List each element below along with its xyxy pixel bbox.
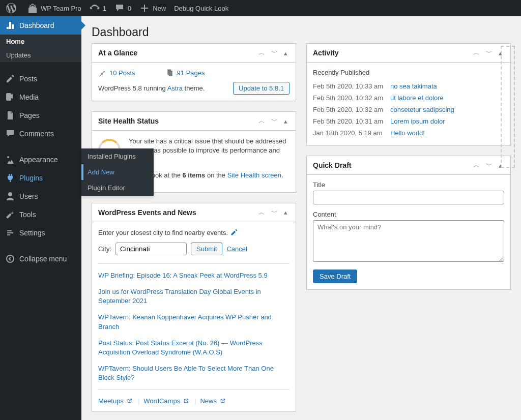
admin-bar: WP Team Pro 1 0 New Debug Quick Look	[0, 0, 521, 16]
glance-posts[interactable]: 10 Posts	[98, 69, 135, 77]
submenu-updates[interactable]: Updates	[0, 48, 81, 62]
widget-title: Activity	[313, 44, 339, 62]
menu-users[interactable]: Users	[0, 187, 81, 205]
wp-version-text: WordPress 5.8 running Astra theme.	[98, 84, 205, 92]
pin-icon	[98, 69, 106, 77]
activity-widget: Activity ︿ ﹀ ▴ Recently Published Feb 5t…	[306, 43, 511, 145]
debug-link[interactable]: Debug Quick Look	[170, 0, 233, 16]
move-up-icon[interactable]: ︿	[471, 159, 482, 172]
move-up-icon[interactable]: ︿	[256, 46, 267, 59]
events-item[interactable]: Post Status: Post Status Excerpt (No. 26…	[98, 339, 290, 357]
move-up-icon[interactable]: ︿	[256, 114, 267, 128]
site-name[interactable]: WP Team Pro	[23, 0, 85, 16]
widget-title: Quick Draft	[313, 156, 351, 174]
post-link[interactable]: Lorem ipsum dolor	[390, 117, 445, 125]
external-icon	[183, 398, 189, 404]
city-label: City:	[98, 245, 111, 253]
activity-row: Jan 18th 2020, 5:19 amHello world!	[313, 127, 504, 139]
toggle-icon[interactable]: ▴	[282, 115, 290, 127]
at-a-glance-widget: At a Glance ︿ ﹀ ▴ 10 Posts	[92, 43, 296, 101]
toggle-icon[interactable]: ▴	[282, 206, 290, 218]
menu-label: Pages	[19, 111, 40, 119]
move-down-icon[interactable]: ﹀	[484, 159, 495, 172]
menu-posts[interactable]: Posts	[0, 70, 81, 88]
move-down-icon[interactable]: ﹀	[269, 114, 280, 128]
move-down-icon[interactable]: ﹀	[269, 206, 280, 219]
events-footer: Meetups | WordCamps | News	[98, 389, 290, 405]
save-draft-button[interactable]: Save Draft	[313, 269, 357, 283]
menu-label: Comments	[19, 130, 54, 138]
svg-point-0	[7, 255, 14, 262]
post-link[interactable]: Hello world!	[390, 129, 425, 137]
menu-label: Plugins	[19, 174, 43, 182]
collapse-menu[interactable]: Collapse menu	[0, 250, 81, 268]
events-item[interactable]: Join us for WordPress Translation Day Gl…	[98, 287, 290, 306]
activity-row: Feb 5th 2020, 10:31 amLorem ipsum dolor	[313, 115, 504, 127]
submenu-installed-plugins[interactable]: Installed Plugins	[81, 148, 154, 164]
activity-row: Feb 5th 2020, 10:32 amconsetetur sadipsc…	[313, 104, 504, 115]
menu-label: Collapse menu	[19, 255, 67, 263]
activity-subhead: Recently Published	[313, 69, 504, 76]
widget-title: Site Health Status	[98, 112, 159, 130]
news-link[interactable]: News	[200, 397, 225, 405]
menu-comments[interactable]: Comments	[0, 125, 81, 143]
post-link[interactable]: consetetur sadipscing	[390, 106, 454, 113]
menu-label: Settings	[19, 229, 45, 237]
events-item[interactable]: WPTavern: Keanan Koppenhaver Acquires WP…	[98, 313, 290, 331]
updates-count[interactable]: 1	[85, 0, 110, 16]
move-up-icon[interactable]: ︿	[256, 206, 267, 219]
glance-pages[interactable]: 91 Pages	[166, 69, 205, 77]
menu-media[interactable]: Media	[0, 88, 81, 106]
title-label: Title	[313, 181, 504, 189]
events-item[interactable]: WP Briefing: Episode 16: A Sneak Peek at…	[98, 271, 290, 280]
meetups-link[interactable]: Meetups	[98, 397, 132, 405]
comments-count[interactable]: 0	[110, 0, 135, 16]
current-indicator	[81, 21, 85, 29]
activity-row: Feb 5th 2020, 10:32 amut labore et dolor…	[313, 92, 504, 104]
edit-icon[interactable]	[230, 229, 238, 236]
dashboard-drop-zone[interactable]	[501, 46, 515, 168]
submenu-home[interactable]: Home	[0, 35, 81, 48]
menu-appearance[interactable]: Appearance	[0, 151, 81, 169]
city-input[interactable]	[115, 243, 187, 255]
theme-link[interactable]: Astra	[167, 84, 183, 92]
events-item[interactable]: WPTavern: Should Users Be Able To Select…	[98, 364, 290, 382]
page-title: Dashboard	[92, 16, 511, 43]
new-content[interactable]: New	[135, 0, 170, 16]
post-link[interactable]: ut labore et dolore	[390, 94, 444, 102]
external-icon	[220, 398, 225, 404]
move-down-icon[interactable]: ﹀	[269, 46, 280, 59]
menu-label: Posts	[19, 75, 37, 83]
menu-label: Dashboard	[19, 21, 54, 29]
menu-pages[interactable]: Pages	[0, 106, 81, 125]
main-content: Dashboard At a Glance ︿ ﹀ ▴ 1	[81, 16, 521, 420]
move-up-icon[interactable]: ︿	[471, 46, 482, 59]
toggle-icon[interactable]: ▴	[282, 47, 290, 59]
update-button[interactable]: Update to 5.8.1	[233, 82, 290, 95]
post-link[interactable]: no sea takimata	[390, 82, 437, 90]
menu-tools[interactable]: Tools	[0, 205, 81, 224]
menu-label: Users	[19, 192, 38, 200]
move-down-icon[interactable]: ﹀	[484, 46, 495, 59]
submenu-plugin-editor[interactable]: Plugin Editor	[81, 180, 154, 196]
wordcamps-link[interactable]: WordCamps	[143, 397, 189, 405]
draft-content-input[interactable]	[313, 220, 504, 262]
menu-dashboard[interactable]: Dashboard	[0, 16, 81, 35]
submenu-add-new[interactable]: Add New	[81, 164, 154, 180]
cancel-link[interactable]: Cancel	[226, 245, 247, 253]
external-icon	[127, 398, 132, 404]
health-screen-link[interactable]: Site Health screen	[227, 171, 281, 179]
pages-icon	[166, 69, 174, 77]
draft-title-input[interactable]	[313, 191, 504, 204]
wp-logo[interactable]	[2, 0, 23, 16]
menu-label: Tools	[19, 211, 36, 219]
submit-button[interactable]: Submit	[191, 243, 222, 255]
admin-sidebar: Dashboard Home Updates Posts Media Pages…	[0, 16, 81, 420]
quick-draft-widget: Quick Draft ︿ ﹀ ▴ Title Content	[306, 156, 511, 290]
plugins-submenu: Installed Plugins Add New Plugin Editor	[81, 148, 154, 196]
content-label: Content	[313, 211, 504, 218]
menu-plugins[interactable]: Plugins	[0, 169, 81, 187]
menu-label: Appearance	[19, 156, 58, 164]
activity-row: Feb 5th 2020, 10:33 amno sea takimata	[313, 80, 504, 92]
menu-settings[interactable]: Settings	[0, 224, 81, 242]
